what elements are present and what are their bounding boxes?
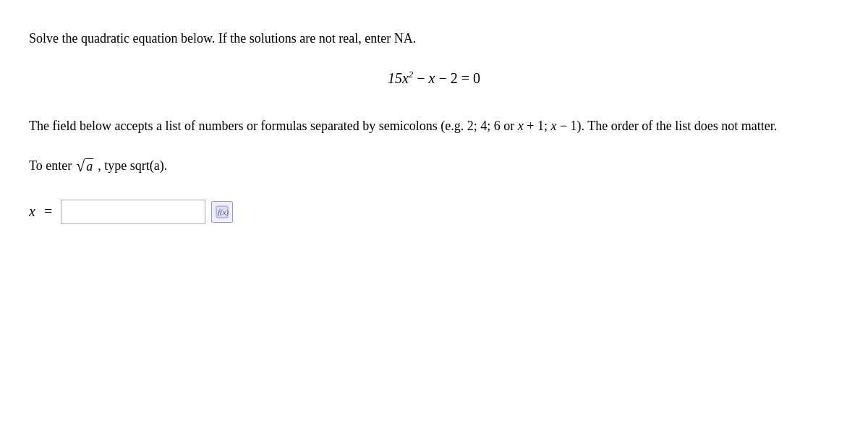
answer-input[interactable] — [61, 200, 205, 224]
radical-sign: √ — [76, 158, 85, 174]
field-description: The field below accepts a list of number… — [29, 116, 839, 137]
instruction-text: Solve the quadratic equation below. If t… — [29, 29, 839, 48]
sqrt-instruction-suffix: , type sqrt(a). — [98, 158, 167, 174]
equals-sign: = — [44, 203, 52, 220]
x-label: x — [29, 203, 35, 220]
sqrt-instruction-prefix: To enter — [29, 158, 72, 174]
answer-row: x = f(x) — [29, 200, 839, 224]
sqrt-instruction: To enter √a , type sqrt(a). — [29, 158, 839, 174]
sqrt-symbol: √a — [76, 158, 93, 174]
equation-container: 15x2 − x − 2 = 0 — [29, 70, 839, 87]
svg-text:f(x): f(x) — [218, 208, 229, 217]
formula-editor-button[interactable]: f(x) — [211, 201, 233, 223]
equation-rest: − x − 2 = 0 — [413, 70, 480, 86]
equation-display: 15x2 − x − 2 = 0 — [388, 70, 480, 87]
page-container: Solve the quadratic equation below. If t… — [0, 0, 868, 253]
radicand: a — [85, 158, 93, 174]
equation-coefficient: 15x2 — [388, 70, 413, 86]
formula-editor-icon: f(x) — [216, 205, 229, 218]
